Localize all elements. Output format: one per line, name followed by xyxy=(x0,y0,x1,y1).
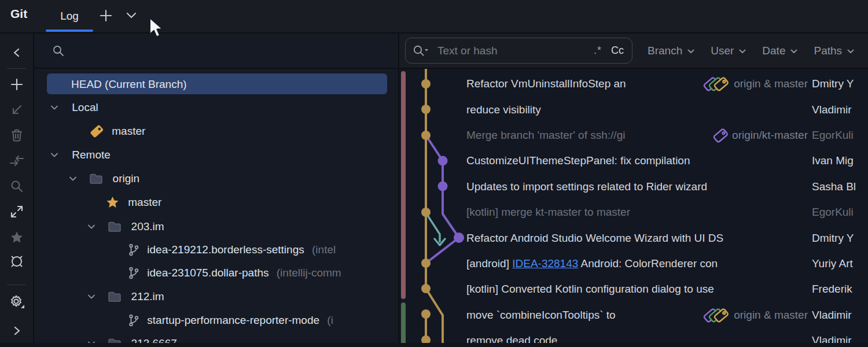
commit-row[interactable]: Merge branch 'master' of ssh://gi origin… xyxy=(399,123,868,148)
tree-item-origin-master[interactable]: master xyxy=(34,191,398,212)
match-case-toggle[interactable]: Cc xyxy=(611,45,624,57)
commit-list: Refactor VmUninstallInfoStep an origin &… xyxy=(399,71,868,347)
settings-gear-icon[interactable] xyxy=(9,294,25,310)
commit-row[interactable]: Updates to import settings related to Ri… xyxy=(399,174,868,200)
search-placeholder: Text or hash xyxy=(437,45,594,57)
tab-options-chevron-icon[interactable] xyxy=(125,12,138,20)
tree-item-origin[interactable]: origin xyxy=(34,168,398,189)
active-tab-underline xyxy=(46,29,93,32)
chevron-down-icon[interactable] xyxy=(50,103,59,112)
regex-toggle[interactable]: .* xyxy=(594,45,602,57)
chevron-down-icon[interactable] xyxy=(87,292,96,301)
branches-panel: HEAD (Current Branch) Local master Remot… xyxy=(34,34,398,347)
commit-row[interactable]: move `combineIconTooltips` to origin & m… xyxy=(399,302,868,328)
multi-tag-icon xyxy=(703,308,730,323)
git-branch-icon xyxy=(128,267,139,279)
branch-tag-icon xyxy=(90,124,104,138)
git-tool-window: Git Log xyxy=(0,0,868,347)
update-arrows-icon[interactable] xyxy=(9,153,25,168)
mouse-cursor xyxy=(148,17,165,38)
tree-item-212-im[interactable]: 212.im xyxy=(34,286,398,307)
commit-refs: origin & master xyxy=(703,76,812,91)
git-branch-icon xyxy=(128,314,139,327)
search-icon[interactable] xyxy=(9,179,24,194)
left-toolbar xyxy=(0,34,33,347)
tree-item-remote[interactable]: Remote xyxy=(34,144,398,165)
tree-item-startup-performance[interactable]: startup-performance-reporter-mode (i xyxy=(34,309,398,330)
filter-paths[interactable]: Paths xyxy=(814,45,855,57)
header-row-separator xyxy=(34,68,868,69)
filter-user[interactable]: User xyxy=(711,45,746,57)
tab-log[interactable]: Log xyxy=(46,0,93,32)
issue-link[interactable]: IDEA-328143 xyxy=(512,257,578,270)
commit-row[interactable]: [kotlin] merge kt-master to master EgorK… xyxy=(399,200,868,225)
tree-item-local[interactable]: Local xyxy=(34,97,398,117)
toolbar-separator xyxy=(7,285,26,285)
commit-row[interactable]: Refactor VmUninstallInfoStep an origin &… xyxy=(399,71,868,97)
chevron-down-icon xyxy=(790,49,798,54)
commit-row[interactable]: reduce visibility Vladimir xyxy=(399,97,868,122)
filter-branch[interactable]: Branch xyxy=(648,45,695,57)
folder-icon xyxy=(89,173,103,184)
commit-refs: origin/kt-master xyxy=(713,128,812,143)
new-tab-plus-icon[interactable] xyxy=(98,8,113,23)
chevron-down-icon[interactable] xyxy=(50,150,59,160)
branches-search-row[interactable] xyxy=(34,34,398,68)
hide-panel-chevron-left-icon[interactable] xyxy=(12,47,22,58)
commit-search-input[interactable]: Text or hash .* Cc xyxy=(405,38,632,64)
show-panel-chevron-right-icon[interactable] xyxy=(12,325,22,337)
tree-item-203-im[interactable]: 203.im xyxy=(34,216,398,237)
filter-date[interactable]: Date xyxy=(762,45,798,57)
tree-item-idea-231075[interactable]: idea-231075.dollar-paths (intellij-comm xyxy=(34,262,398,283)
folder-icon xyxy=(108,221,122,232)
search-with-history-icon[interactable] xyxy=(412,44,429,58)
commit-row[interactable]: CustomizeUIThemeStepPanel: fix compilati… xyxy=(399,148,868,174)
gear-dropdown-corner xyxy=(21,305,24,308)
chevron-down-icon xyxy=(738,49,746,54)
chevron-down-icon[interactable] xyxy=(87,222,96,231)
add-icon[interactable] xyxy=(9,77,24,92)
chevron-down-icon[interactable] xyxy=(68,174,78,183)
chevron-down-icon xyxy=(687,49,695,54)
commit-row[interactable]: [kotlin] Converted Kotlin configuration … xyxy=(399,276,868,302)
bottom-edge xyxy=(0,343,868,347)
expand-diagonal-arrows-icon[interactable] xyxy=(9,204,24,219)
tree-item-head-current-branch[interactable]: HEAD (Current Branch) xyxy=(34,73,398,94)
favorites-star-icon[interactable] xyxy=(10,230,24,244)
toolbar-separator xyxy=(7,68,26,69)
folder-icon xyxy=(108,291,122,302)
commit-refs: origin & master xyxy=(703,308,812,323)
multi-tag-icon xyxy=(703,76,730,91)
git-title: Git xyxy=(10,7,27,21)
tag-icon xyxy=(713,128,728,143)
commit-row[interactable]: Refactor Android Studio Welcome Wizard w… xyxy=(399,225,868,250)
branches-search-icon[interactable] xyxy=(52,44,65,58)
commit-row[interactable]: [android] IDEA-328143 Android: ColorRend… xyxy=(399,251,868,276)
rollback-arrow-icon[interactable] xyxy=(9,102,24,117)
navigate-crosshair-icon[interactable] xyxy=(9,254,24,269)
log-filter-bar: Text or hash .* Cc Branch User Date xyxy=(399,34,868,68)
tool-window-header: Git Log xyxy=(0,0,868,33)
favorite-star-icon xyxy=(106,195,119,209)
tree-item-local-master[interactable]: master xyxy=(34,120,398,141)
chevron-down-icon xyxy=(847,49,855,54)
log-panel: Text or hash .* Cc Branch User Date xyxy=(399,34,868,347)
tree-item-idea-219212[interactable]: idea-219212.borderless-settings (intel xyxy=(34,239,398,260)
delete-trash-icon[interactable] xyxy=(9,128,24,143)
git-branch-icon xyxy=(128,243,139,256)
